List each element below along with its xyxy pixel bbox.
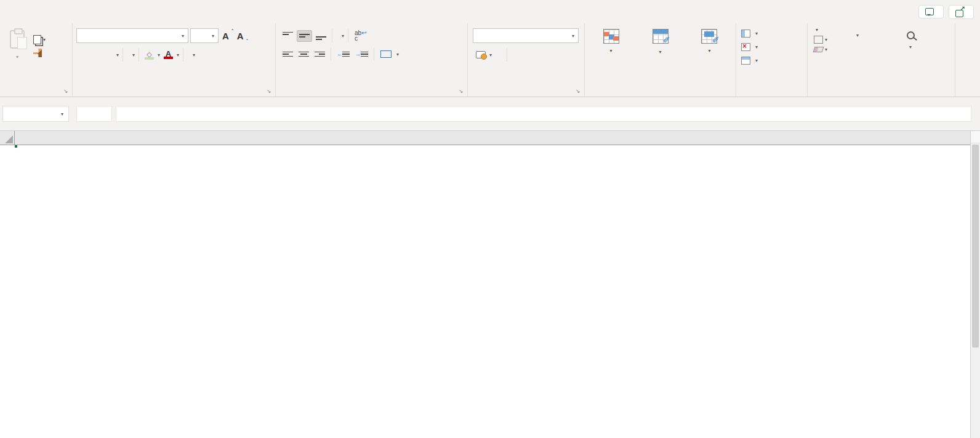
chevron-down-icon: ▾ (825, 47, 827, 52)
chevron-down-icon: ▾ (572, 33, 574, 39)
cell-styles-icon: ✐ (701, 29, 717, 44)
font-dialog-launcher-icon[interactable]: ↘ (267, 88, 273, 94)
fill-button[interactable]: ▾ (814, 36, 827, 44)
font-name-select[interactable]: ▾ (76, 28, 188, 43)
number-format-select[interactable]: ▾ (473, 28, 579, 43)
eraser-icon (813, 47, 824, 52)
chevron-down-icon: ▾ (755, 31, 758, 36)
chevron-down-icon[interactable]: ▾ (158, 52, 160, 58)
wrap-text-button[interactable]: ab↩c (352, 29, 372, 42)
chevron-down-icon: ▾ (61, 111, 63, 117)
paste-button[interactable]: ▾ (6, 28, 28, 63)
align-middle-button[interactable] (297, 30, 312, 42)
conditional-formatting-button[interactable]: ▾ (587, 27, 635, 84)
clear-button[interactable]: ▾ (814, 47, 827, 52)
chevron-down-icon: ▾ (659, 49, 661, 55)
decrease-decimal-button[interactable] (516, 54, 520, 56)
accounting-format-button[interactable] (474, 50, 488, 60)
wrap-text-icon: ab↩c (355, 30, 367, 41)
chevron-down-icon: ▾ (816, 27, 818, 33)
select-all-corner[interactable] (0, 131, 15, 145)
merge-center-button[interactable]: ▾ (378, 49, 401, 59)
chevron-down-icon: ▾ (755, 44, 758, 50)
formula-input[interactable] (116, 106, 971, 122)
insert-cells-icon (741, 30, 750, 38)
phonetic-guide-button[interactable] (187, 54, 191, 56)
format-as-table-icon: ✐ (653, 29, 669, 44)
qr-code-image (456, 180, 545, 269)
chevron-down-icon[interactable]: ▾ (342, 33, 344, 39)
chevron-down-icon: ▾ (755, 58, 758, 63)
align-bottom-button[interactable] (314, 31, 328, 41)
chevron-down-icon: ▾ (182, 33, 184, 39)
chevron-down-icon: ▾ (396, 52, 399, 57)
chevron-down-icon[interactable]: ▾ (116, 52, 119, 58)
format-cells-button[interactable]: ▾ (739, 55, 805, 66)
ribbon-group-editing: ▾ ▾ ▾ ▾ ▾ (808, 23, 955, 97)
chevron-down-icon: ▾ (856, 31, 859, 40)
ribbon-group-number: ▾ ▾ ↘ (468, 23, 585, 97)
ribbon-group-cells: ▾ ▾ ▾ (736, 23, 808, 97)
formula-bar-row: ▾ (0, 97, 980, 131)
ribbon-group-font: ▾ ▾ Aˆ Aˇ ▾ ▾ ◇ ▾ (73, 23, 276, 97)
underline-button[interactable] (103, 54, 114, 56)
align-top-button[interactable] (281, 31, 295, 41)
sales-data-table (15, 145, 17, 148)
align-left-button[interactable] (281, 49, 295, 60)
format-painter-button[interactable] (33, 49, 46, 57)
format-as-table-button[interactable]: ✐ ▾ (636, 27, 685, 84)
ribbon: ▾ ▾ ↘ ▾ (0, 23, 980, 97)
decrease-indent-button[interactable]: ← (335, 49, 351, 60)
column-header-row (0, 131, 980, 145)
increase-font-button[interactable]: Aˆ (220, 30, 233, 42)
italic-button[interactable] (90, 54, 102, 56)
share-icon (955, 8, 964, 16)
ribbon-group-alignment: ▾ ab↩c ← → ▾ ↘ (276, 23, 468, 97)
fill-color-button[interactable]: ◇ (143, 49, 156, 61)
comments-button[interactable] (918, 5, 944, 18)
share-button[interactable] (949, 5, 974, 19)
scrollbar-thumb[interactable] (972, 145, 979, 348)
align-right-button[interactable] (313, 49, 327, 60)
increase-indent-button[interactable]: → (353, 49, 370, 60)
copy-button[interactable]: ▾ (33, 35, 46, 44)
decrease-font-button[interactable]: Aˇ (235, 30, 248, 42)
sort-filter-button[interactable]: ▾ (831, 27, 884, 84)
vertical-scrollbar[interactable] (970, 131, 980, 438)
chevron-down-icon[interactable]: ▾ (489, 52, 492, 58)
chevron-down-icon[interactable]: ▾ (177, 52, 179, 58)
borders-button[interactable] (127, 54, 131, 56)
format-painter-icon (33, 49, 42, 57)
ribbon-group-clipboard: ▾ ▾ ↘ (0, 23, 73, 97)
copy-icon (33, 35, 41, 44)
clipboard-dialog-launcher-icon[interactable]: ↘ (63, 88, 70, 94)
chevron-down-icon[interactable]: ▾ (193, 52, 195, 58)
conditional-formatting-icon (603, 29, 619, 44)
chevron-down-icon: ▾ (708, 46, 710, 55)
insert-cells-button[interactable]: ▾ (739, 28, 805, 39)
chevron-down-icon: ▾ (212, 33, 214, 39)
increase-decimal-button[interactable] (511, 54, 515, 56)
scroll-up-icon[interactable] (971, 131, 980, 143)
chevron-down-icon: ▾ (909, 42, 912, 52)
accounting-icon (476, 51, 486, 58)
font-color-button[interactable]: A (162, 49, 175, 60)
chevron-down-icon: ▾ (16, 52, 18, 62)
font-size-select[interactable]: ▾ (190, 28, 219, 43)
orientation-button[interactable] (336, 34, 340, 37)
percent-style-button[interactable] (494, 54, 497, 56)
name-box[interactable]: ▾ (2, 106, 69, 122)
worksheet-grid (0, 131, 980, 438)
comma-style-button[interactable] (499, 54, 503, 56)
number-dialog-launcher-icon[interactable]: ↘ (576, 88, 582, 94)
bold-button[interactable] (78, 54, 89, 56)
ribbon-group-styles: ▾ ✐ ▾ ✐ ▾ (585, 23, 736, 97)
chevron-down-icon[interactable]: ▾ (132, 52, 135, 58)
alignment-dialog-launcher-icon[interactable]: ↘ (459, 88, 465, 94)
cell-styles-button[interactable]: ✐ ▾ (686, 27, 733, 84)
autosum-button[interactable]: ▾ (814, 27, 827, 33)
align-center-button[interactable] (297, 49, 311, 60)
find-select-button[interactable]: ▾ (884, 27, 937, 84)
delete-cells-button[interactable]: ▾ (739, 42, 805, 52)
delete-cells-icon (741, 43, 750, 51)
